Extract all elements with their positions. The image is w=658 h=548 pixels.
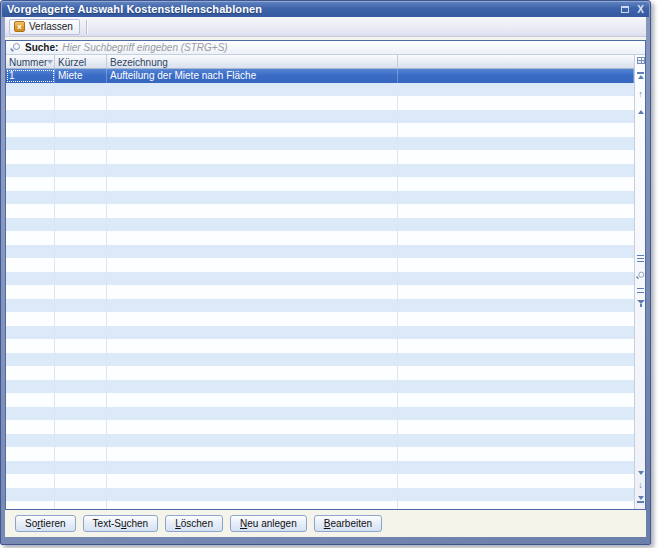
cell-c3[interactable] [107,461,398,475]
cell-c1[interactable] [6,488,55,502]
cell-c1[interactable] [6,285,55,299]
cell-c1[interactable] [6,420,55,434]
cell-c2[interactable] [55,191,107,205]
cell-c3[interactable] [107,177,398,191]
cell-c4[interactable] [398,353,634,367]
cell-c1[interactable] [6,501,55,509]
cell-c4[interactable] [398,407,634,421]
cell-c1[interactable] [6,123,55,137]
footer-button-neu-anlegen[interactable]: Neu anlegen [230,515,307,532]
cell-c4[interactable] [398,123,634,137]
cell-c3[interactable] [107,96,398,110]
cell-c2[interactable] [55,447,107,461]
cell-c1[interactable] [6,96,55,110]
customize-columns-icon[interactable] [635,57,645,64]
table-row-empty[interactable] [6,285,634,299]
cell-c3[interactable] [107,218,398,232]
footer-button-l-schen[interactable]: Löschen [165,515,223,532]
cell-c1[interactable] [6,177,55,191]
table-row-empty[interactable] [6,380,634,394]
cell-c2[interactable] [55,353,107,367]
cell-c2[interactable] [55,393,107,407]
table-row-empty[interactable] [6,407,634,421]
cell-c3[interactable] [107,245,398,259]
cell-c3[interactable] [107,231,398,245]
cell-c4[interactable] [398,501,634,509]
cell-c4[interactable] [398,245,634,259]
page-up-icon[interactable] [635,110,645,114]
cell-c2[interactable] [55,272,107,286]
cell-c2[interactable] [55,150,107,164]
table-row-empty[interactable] [6,177,634,191]
table-row-empty[interactable] [6,231,634,245]
filter-icon[interactable] [635,300,645,307]
cell-c4[interactable] [398,488,634,502]
cell-c3[interactable] [107,434,398,448]
cell-c4[interactable] [398,191,634,205]
table-row-empty[interactable] [6,353,634,367]
cell-c3[interactable] [107,137,398,151]
cell-c2[interactable] [55,326,107,340]
cell-c3[interactable] [107,326,398,340]
cell-c1[interactable] [6,83,55,97]
cell-c4[interactable] [398,420,634,434]
table-row-empty[interactable] [6,164,634,178]
cell-c2[interactable] [55,218,107,232]
cell-c2[interactable]: Miete [55,69,107,83]
table-row-selected[interactable]: 1MieteAufteilung der Miete nach Fläche [6,69,634,83]
cell-c2[interactable] [55,231,107,245]
column-header-kuerzel[interactable]: Kürzel [55,55,107,68]
cell-c3[interactable] [107,488,398,502]
column-header-bezeichnung[interactable]: Bezeichnung [107,55,398,68]
cell-c3[interactable] [107,272,398,286]
cell-c2[interactable] [55,501,107,509]
table-row-empty[interactable] [6,123,634,137]
cell-c4[interactable] [398,69,634,83]
scroll-to-bottom-icon[interactable] [635,496,645,504]
page-down-icon[interactable] [635,471,645,475]
table-row-empty[interactable] [6,272,634,286]
cell-c4[interactable] [398,434,634,448]
cell-c3[interactable] [107,191,398,205]
edit-view-icon[interactable] [635,288,645,293]
table-row-empty[interactable] [6,434,634,448]
cell-c4[interactable] [398,285,634,299]
table-row-empty[interactable] [6,83,634,97]
cell-c4[interactable] [398,339,634,353]
cell-c4[interactable] [398,272,634,286]
cell-c1[interactable] [6,380,55,394]
cell-c3[interactable] [107,258,398,272]
cell-c4[interactable] [398,150,634,164]
cell-c4[interactable] [398,299,634,313]
cell-c4[interactable] [398,326,634,340]
table-row-empty[interactable] [6,137,634,151]
cell-c4[interactable] [398,312,634,326]
cell-c1[interactable] [6,447,55,461]
cell-c3[interactable] [107,110,398,124]
cell-c4[interactable] [398,474,634,488]
cell-c1[interactable] [6,326,55,340]
cell-c4[interactable] [398,380,634,394]
cell-c4[interactable] [398,258,634,272]
table-row-empty[interactable] [6,326,634,340]
table-row-empty[interactable] [6,110,634,124]
cell-c1[interactable] [6,339,55,353]
table-row-empty[interactable] [6,339,634,353]
table-row-empty[interactable] [6,420,634,434]
titlebar[interactable]: Vorgelagerte Auswahl Kostenstellenschabl… [2,1,649,17]
cell-c3[interactable] [107,83,398,97]
cell-c4[interactable] [398,447,634,461]
footer-button-sortieren[interactable]: Sortieren [15,515,76,532]
cell-c4[interactable] [398,137,634,151]
cell-c2[interactable] [55,461,107,475]
cell-c2[interactable] [55,407,107,421]
cell-c1[interactable] [6,434,55,448]
cell-c3[interactable] [107,123,398,137]
cell-c1[interactable] [6,218,55,232]
cell-c1[interactable] [6,110,55,124]
restore-icon[interactable] [620,5,630,14]
cell-c2[interactable] [55,474,107,488]
cell-c3[interactable] [107,204,398,218]
table-row-empty[interactable] [6,366,634,380]
table-row-empty[interactable] [6,501,634,509]
